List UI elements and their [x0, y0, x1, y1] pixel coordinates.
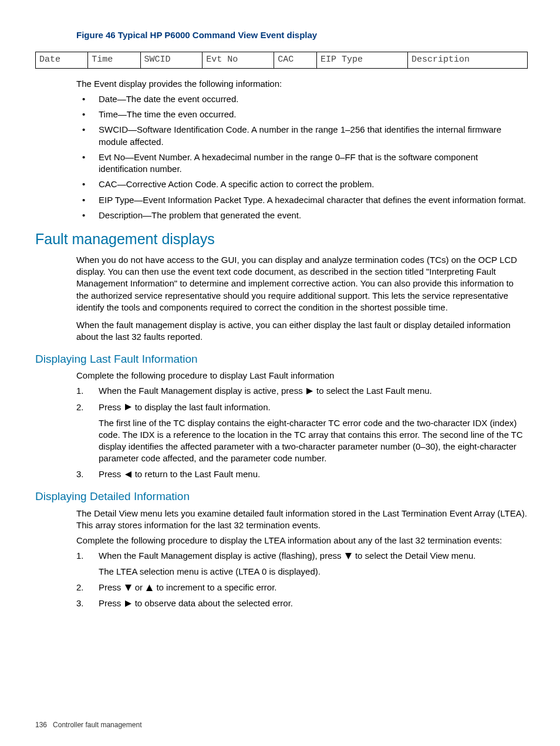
steps-last-fault: 1. When the Fault Management display is … — [76, 385, 528, 480]
event-field-list: Date—The date the event occurred. Time—T… — [76, 93, 528, 221]
up-arrow-icon — [146, 582, 153, 594]
svg-marker-5 — [146, 585, 153, 591]
step-number: 3. — [76, 598, 93, 609]
col-swcid: SWCID — [140, 52, 203, 68]
paragraph: When you do not have access to the GUI, … — [76, 254, 528, 313]
list-item: Date—The date the event occurred. — [76, 93, 528, 105]
col-date: Date — [36, 52, 88, 68]
step-text: to select the Detail View menu. — [355, 551, 476, 561]
intro-paragraph: The Event display provides the following… — [76, 78, 528, 90]
left-arrow-icon — [125, 469, 131, 481]
right-arrow-icon — [125, 401, 131, 413]
step-text: to return to the Last Fault menu. — [135, 469, 260, 479]
section-heading-fault-management: Fault management displays — [35, 229, 528, 249]
step-item: 1. When the Fault Management display is … — [76, 385, 528, 397]
step-text: to select the Last Fault menu. — [316, 386, 432, 396]
step-number: 1. — [76, 550, 93, 562]
down-arrow-icon — [345, 551, 352, 562]
step-item: 1. When the Fault Management display is … — [76, 550, 528, 578]
col-cac: CAC — [274, 52, 317, 68]
step-text: Press — [99, 598, 124, 608]
paragraph: Complete the following procedure to disp… — [76, 370, 528, 382]
step-text: to increment to a specific error. — [156, 582, 276, 592]
step-item: 3. Press to observe data about the selec… — [76, 598, 528, 610]
svg-marker-1 — [125, 404, 131, 410]
step-number: 2. — [76, 582, 93, 593]
list-item: EIP Type—Event Information Packet Type. … — [76, 194, 528, 206]
step-subtext: The LTEA selection menu is active (LTEA … — [99, 566, 528, 578]
step-number: 1. — [76, 385, 93, 397]
down-arrow-icon — [125, 582, 131, 594]
svg-marker-6 — [125, 600, 131, 607]
list-item: SWCID—Software Identification Code. A nu… — [76, 124, 528, 148]
step-item: 3. Press to return to the Last Fault men… — [76, 468, 528, 481]
svg-marker-3 — [345, 553, 352, 559]
list-item: Time—The time the even occurred. — [76, 109, 528, 120]
svg-marker-4 — [125, 585, 131, 591]
step-text: Press — [99, 402, 124, 412]
list-item: Evt No—Event Number. A hexadecimal numbe… — [76, 151, 528, 175]
step-item: 2. Press or to increment to a specific e… — [76, 582, 528, 594]
col-eiptype: EIP Type — [317, 52, 408, 68]
step-number: 2. — [76, 401, 93, 413]
figure-caption: Figure 46 Typical HP P6000 Command View … — [76, 29, 528, 41]
step-item: 2. Press to display the last fault infor… — [76, 401, 528, 465]
svg-marker-2 — [125, 471, 131, 478]
subsection-heading-last-fault: Displaying Last Fault Information — [35, 352, 528, 367]
paragraph: The Detail View menu lets you examine de… — [76, 508, 528, 532]
step-number: 3. — [76, 468, 93, 480]
right-arrow-icon — [125, 598, 131, 610]
list-item: Description—The problem that generated t… — [76, 210, 528, 221]
step-text: to display the last fault information. — [135, 402, 271, 412]
event-display-table: Date Time SWCID Evt No CAC EIP Type Desc… — [35, 52, 528, 68]
right-arrow-icon — [306, 386, 313, 397]
list-item: CAC—Corrective Action Code. A specific a… — [76, 178, 528, 190]
step-text: Press — [99, 469, 124, 479]
paragraph: Complete the following procedure to disp… — [76, 535, 528, 546]
col-evtno: Evt No — [203, 52, 274, 68]
step-subtext: The first line of the TC display contain… — [99, 417, 528, 465]
steps-detailed: 1. When the Fault Management display is … — [76, 550, 528, 610]
col-time: Time — [88, 52, 140, 68]
paragraph: When the fault management display is act… — [76, 319, 528, 343]
step-text: When the Fault Management display is act… — [99, 551, 344, 561]
step-text: to observe data about the selected error… — [135, 598, 293, 608]
svg-marker-0 — [306, 388, 313, 394]
col-description: Description — [407, 52, 527, 68]
step-text: When the Fault Management display is act… — [99, 386, 305, 396]
step-text: Press — [99, 582, 124, 592]
subsection-heading-detailed-info: Displaying Detailed Information — [35, 489, 528, 504]
step-text: or — [135, 582, 146, 592]
